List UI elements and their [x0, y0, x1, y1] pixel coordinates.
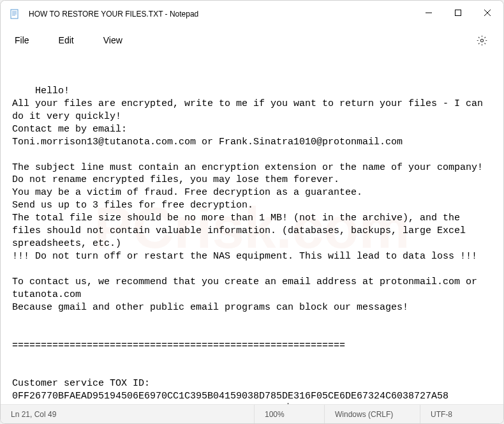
editor-content: Hello! All your files are encrypted, wri…	[12, 86, 489, 404]
menu-file[interactable]: File	[8, 31, 42, 49]
notepad-window: HOW TO RESTORE YOUR FILES.TXT - Notepad …	[0, 0, 504, 424]
maximize-button[interactable]	[443, 1, 473, 25]
svg-point-9	[480, 39, 483, 42]
window-controls	[414, 1, 503, 27]
statusbar: Ln 21, Col 49 100% Windows (CRLF) UTF-8	[1, 404, 503, 423]
text-cursor	[288, 403, 288, 404]
status-line-ending[interactable]: Windows (CRLF)	[325, 405, 420, 423]
app-icon	[10, 9, 20, 19]
text-editor[interactable]: PCrisk.com Hello! All your files are enc…	[1, 53, 503, 404]
menubar: File Edit View	[1, 27, 503, 53]
titlebar: HOW TO RESTORE YOUR FILES.TXT - Notepad	[1, 1, 503, 27]
menu-edit[interactable]: Edit	[52, 31, 87, 49]
close-button[interactable]	[473, 1, 502, 25]
status-zoom[interactable]: 100%	[255, 405, 325, 423]
status-position[interactable]: Ln 21, Col 49	[1, 405, 255, 423]
menu-view[interactable]: View	[97, 31, 135, 49]
settings-button[interactable]	[471, 30, 492, 50]
status-encoding[interactable]: UTF-8	[420, 405, 503, 423]
minimize-button[interactable]	[414, 1, 443, 25]
window-title: HOW TO RESTORE YOUR FILES.TXT - Notepad	[29, 10, 414, 19]
svg-rect-6	[456, 10, 461, 16]
